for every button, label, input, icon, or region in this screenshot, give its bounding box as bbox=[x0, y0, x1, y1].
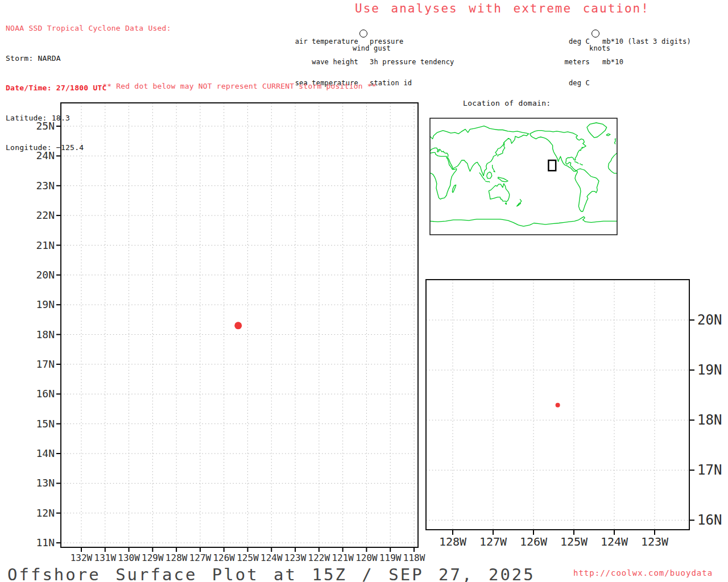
x-tick-label: 120W bbox=[355, 552, 378, 563]
x-tick-label: 129W bbox=[142, 552, 164, 563]
storm-info-name: Storm: NARDA bbox=[6, 53, 171, 64]
coastline bbox=[530, 131, 586, 172]
coastline bbox=[614, 139, 616, 144]
y-tick-label: 15N bbox=[36, 418, 55, 430]
legend-wind-gust: wind gust bbox=[353, 45, 391, 52]
y-tick-label: 14N bbox=[36, 447, 55, 459]
unit-meters: meters bbox=[546, 59, 590, 65]
y-tick-label: 19N bbox=[36, 298, 55, 310]
x-tick-label: 128W bbox=[166, 552, 188, 563]
x-tick-label: 123W bbox=[641, 535, 669, 548]
x-tick-label: 126W bbox=[520, 535, 548, 548]
map-border bbox=[430, 118, 617, 235]
y-tick-label: 18N bbox=[697, 412, 722, 428]
units-left-column: deg C meters deg C bbox=[546, 24, 590, 101]
inset-map-title: Location of domain: bbox=[463, 99, 551, 107]
coastline bbox=[575, 169, 599, 211]
coastline bbox=[452, 185, 456, 193]
y-tick-label: 11N bbox=[36, 537, 55, 548]
y-tick-label: 22N bbox=[36, 209, 55, 221]
y-tick-label: 23N bbox=[36, 180, 55, 192]
coastline bbox=[430, 217, 617, 226]
unit-deg-c-sea: deg C bbox=[546, 80, 590, 86]
x-tick-label: 127W bbox=[189, 552, 212, 563]
unit-mb10-last3: mb*10 (last 3 digits) bbox=[602, 38, 691, 45]
coastline bbox=[580, 164, 582, 165]
x-tick-label: 125W bbox=[237, 552, 259, 563]
coastline bbox=[606, 134, 610, 136]
footer-title: Offshore Surface Plot at 15Z / SEP 27, 2… bbox=[7, 565, 535, 582]
x-tick-label: 121W bbox=[332, 552, 354, 563]
coastline bbox=[506, 203, 507, 204]
footer-url-link[interactable]: http://coolwx.com/buoydata bbox=[573, 568, 713, 577]
y-tick-label: 16N bbox=[36, 388, 55, 400]
x-tick-label: 118W bbox=[403, 552, 425, 563]
coastline bbox=[498, 177, 508, 182]
buoy-plot-page: 132W131W130W129W128W127W126W125W124W123W… bbox=[0, 0, 728, 582]
x-tick-label: 125W bbox=[560, 535, 588, 548]
x-tick-label: 131W bbox=[94, 552, 117, 563]
coastline bbox=[504, 142, 504, 147]
coastline bbox=[517, 203, 520, 206]
y-tick-label: 17N bbox=[36, 358, 55, 370]
world-map bbox=[430, 118, 617, 235]
legend-air-temperature: air temperature bbox=[283, 38, 358, 45]
legend-pressure-tendency: 3h pressure tendency bbox=[370, 59, 454, 65]
units-circle-icon bbox=[592, 30, 599, 38]
x-tick-label: 130W bbox=[118, 552, 140, 563]
station-circle-icon bbox=[359, 30, 367, 38]
caution-banner: Use analyses with extreme caution! bbox=[355, 2, 650, 15]
x-tick-label: 122W bbox=[308, 552, 330, 563]
x-tick-label: 128W bbox=[439, 535, 467, 548]
x-tick-label: 124W bbox=[601, 535, 628, 548]
storm-info-source: NOAA SSD Tropical Cyclone Data Used: bbox=[6, 23, 171, 34]
x-tick-label: 119W bbox=[379, 552, 402, 563]
y-tick-label: 18N bbox=[36, 329, 55, 340]
storm-info-longitude: Longitude: −125.4 bbox=[6, 143, 171, 153]
x-tick-label: 127W bbox=[479, 535, 507, 548]
y-tick-label: 19N bbox=[697, 362, 722, 378]
domain-rect bbox=[548, 160, 556, 171]
domain-plot: 128W127W126W125W124W123W20N19N18N17N16N bbox=[426, 280, 722, 548]
coastline bbox=[489, 184, 510, 202]
x-tick-label: 123W bbox=[284, 552, 307, 563]
y-tick-label: 17N bbox=[697, 462, 722, 478]
y-tick-label: 21N bbox=[36, 239, 55, 251]
y-tick-label: 16N bbox=[697, 512, 722, 528]
unit-knots: knots bbox=[589, 45, 610, 52]
coastline bbox=[520, 199, 522, 203]
storm-info-latitude: Latitude: 18.3 bbox=[6, 113, 171, 123]
coastline bbox=[430, 126, 529, 176]
unit-mb10: mb*10 bbox=[602, 59, 691, 65]
y-tick-label: 13N bbox=[36, 477, 55, 489]
coastline bbox=[485, 181, 490, 182]
y-tick-label: 20N bbox=[697, 312, 722, 328]
legend-wave-height: wave height bbox=[283, 59, 358, 65]
x-tick-label: 126W bbox=[213, 552, 235, 563]
y-tick-label: 12N bbox=[36, 507, 55, 519]
x-tick-label: 124W bbox=[260, 552, 283, 563]
coastline bbox=[587, 123, 607, 138]
x-tick-label: 132W bbox=[71, 552, 93, 563]
coastline bbox=[493, 165, 495, 172]
storm-position-dot bbox=[556, 403, 560, 408]
units-right-column: mb*10 (last 3 digits) mb*10 bbox=[602, 24, 691, 80]
storm-position-warning: ** Red dot below may NOT represent CURRE… bbox=[61, 82, 418, 90]
unit-deg-c-air: deg C bbox=[546, 38, 590, 45]
coastline bbox=[609, 153, 618, 173]
storm-position-dot bbox=[234, 322, 242, 329]
y-tick-label: 20N bbox=[36, 269, 55, 281]
coastline bbox=[574, 161, 578, 163]
coastline bbox=[487, 172, 492, 178]
